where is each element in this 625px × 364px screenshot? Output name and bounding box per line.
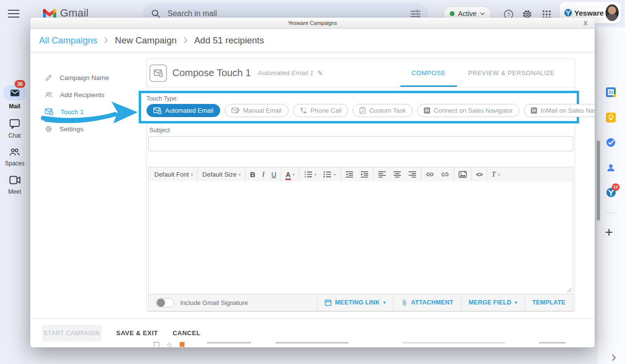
attachment-button[interactable]: ATTACHMENT [393, 294, 461, 311]
remove-link-button[interactable] [438, 167, 453, 182]
divider [605, 213, 617, 213]
close-icon[interactable]: X [581, 19, 590, 28]
breadcrumb-separator-icon [104, 37, 108, 44]
email-body-editor[interactable] [148, 182, 573, 294]
compose-touch-icon-box [149, 64, 167, 82]
align-right-button[interactable] [405, 167, 420, 182]
spaces-icon [9, 147, 21, 157]
touch-type-section: Touch Type: Automated Email Manual Email [139, 91, 579, 123]
insert-image-button[interactable] [455, 167, 470, 182]
nav-item-campaign-name[interactable]: Campaign Name [45, 72, 146, 83]
breadcrumb-new-campaign: New Campaign [115, 35, 176, 46]
touch-type-manual-email[interactable]: Manual Email [225, 104, 289, 117]
tasks-icon[interactable] [606, 138, 617, 148]
font-family-dropdown[interactable]: Default Font▾ [151, 167, 196, 182]
bold-button[interactable]: B [247, 167, 259, 182]
touch-type-inmail-sales-navigator[interactable]: in InMail on Sales Navigator [524, 104, 595, 117]
touch-type-phone-call[interactable]: Phone Call [293, 104, 349, 117]
yesware-panel-icon[interactable]: 12 [606, 187, 617, 198]
underline-button[interactable]: U [268, 167, 280, 182]
linkedin-icon: in [424, 107, 430, 114]
scrollbar-thumb[interactable] [597, 141, 600, 221]
chevron-down-icon: ▾ [383, 300, 386, 305]
sidebar-label-mail[interactable]: Mail [9, 103, 20, 110]
resize-handle-icon[interactable] [566, 287, 572, 293]
sidebar-label-meet[interactable]: Meet [8, 188, 21, 195]
search-options-icon[interactable] [411, 10, 420, 18]
edit-touch-name-icon[interactable]: ✎ [317, 69, 323, 77]
nav-item-touch-1[interactable]: Touch 1 [45, 106, 146, 118]
subject-input[interactable] [148, 136, 573, 151]
touch-type-custom-task[interactable]: Custom Task [353, 104, 413, 117]
sidebar-label-spaces[interactable]: Spaces [5, 160, 24, 167]
people-icon [45, 91, 53, 98]
sidebar-item-meet[interactable] [0, 176, 29, 186]
touch-type-connect-sales-navigator[interactable]: in Connect on Sales Navigator [417, 104, 520, 117]
chevron-down-icon: ▾ [191, 172, 193, 177]
outdent-icon [345, 171, 354, 178]
search-input[interactable]: Search in mail [167, 9, 411, 18]
compose-tabs: COMPOSE PREVIEW & PERSONALIZE [400, 59, 566, 87]
keep-icon[interactable] [606, 113, 617, 123]
yesware-campaigns-modal: Yesware Campaigns X All Campaigns New Ca… [30, 18, 595, 347]
tab-compose[interactable]: COMPOSE [400, 59, 457, 87]
chevron-down-icon: ▾ [314, 172, 317, 177]
breadcrumb-add-recipients: Add 51 recipients [194, 35, 264, 46]
merge-field-button[interactable]: MERGE FIELD ▾ [461, 294, 524, 311]
menu-icon[interactable] [8, 8, 20, 20]
mail-unread-badge: 36 [15, 80, 25, 88]
compose-header: Compose Touch 1 Automated Email 1 ✎ COMP… [147, 59, 575, 87]
gear-icon [45, 125, 52, 133]
source-code-button[interactable]: <> [473, 167, 486, 182]
italic-button[interactable]: I [259, 167, 268, 182]
align-center-icon [393, 171, 401, 178]
save-exit-button[interactable]: SAVE & EXIT [116, 329, 158, 337]
collapse-panel-chevron-icon[interactable] [608, 352, 619, 363]
compose-title: Compose Touch 1 [172, 67, 251, 79]
cancel-button[interactable]: CANCEL [172, 329, 200, 337]
linkedin-icon: in [531, 107, 537, 114]
ordered-list-button[interactable]: ▾ [301, 167, 320, 182]
indent-button[interactable] [357, 167, 372, 182]
align-left-button[interactable] [375, 167, 390, 182]
yesware-logo-icon [564, 7, 572, 18]
bullet-list-button[interactable]: ▾ [320, 167, 339, 182]
gmail-side-panel: 31 12 + [598, 27, 625, 364]
indent-icon [360, 171, 369, 178]
signature-toggle[interactable] [156, 298, 174, 307]
start-campaign-button[interactable]: START CAMPAIGN [42, 325, 102, 342]
avatar[interactable] [605, 4, 619, 21]
email-touch-icon [153, 107, 162, 114]
gmail-m-icon [43, 8, 56, 19]
template-button[interactable]: TEMPLATE [524, 294, 573, 311]
sidebar-item-spaces[interactable] [0, 147, 29, 159]
editor-toolbar: Default Font▾ Default Size▾ B I U A▾ ▾ ▾ [148, 167, 573, 182]
background-email-row-sliver: ☐ ☆ [148, 340, 565, 347]
font-color-button[interactable]: A▾ [282, 167, 298, 182]
font-size-dropdown[interactable]: Default Size▾ [199, 167, 244, 182]
nav-item-settings[interactable]: Settings [45, 123, 146, 135]
status-label: Active [458, 10, 477, 18]
insert-link-button[interactable] [422, 167, 438, 182]
sidebar-label-chat[interactable]: Chat [8, 132, 21, 139]
align-center-button[interactable] [390, 167, 405, 182]
email-touch-icon [154, 69, 163, 77]
nav-item-add-recipients[interactable]: Add Recipients [45, 89, 146, 101]
clear-formatting-button[interactable]: T× [488, 167, 503, 182]
signature-toggle-label: Include Gmail Signature [180, 299, 248, 306]
contacts-icon[interactable] [606, 163, 617, 174]
meeting-link-button[interactable]: MEETING LINK ▾ [317, 294, 393, 311]
touch-type-automated-email[interactable]: Automated Email [146, 104, 220, 117]
calendar-icon[interactable]: 31 [606, 87, 617, 98]
sidebar-item-chat[interactable] [0, 119, 29, 131]
unlink-icon [441, 170, 449, 179]
outdent-button[interactable] [342, 167, 357, 182]
modal-titlebar: Yesware Campaigns X [30, 18, 595, 29]
breadcrumb-all-campaigns[interactable]: All Campaigns [39, 35, 97, 46]
touch-name-subtitle: Automated Email 1 [258, 69, 313, 77]
tab-preview-personalize[interactable]: PREVIEW & PERSONALIZE [457, 59, 566, 87]
bullet-list-icon [323, 171, 332, 178]
get-addons-plus-button[interactable]: + [605, 225, 613, 239]
phone-icon [300, 107, 307, 114]
image-icon [458, 171, 467, 178]
